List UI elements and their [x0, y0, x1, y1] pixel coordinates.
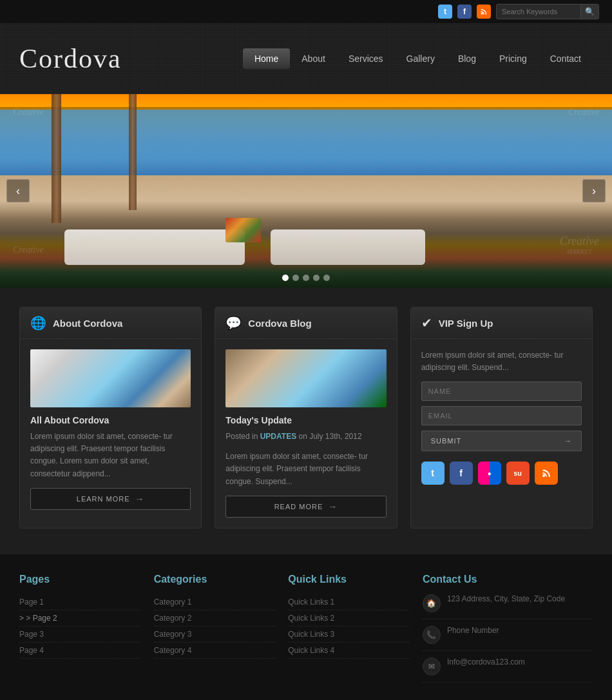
blog-card-body: Today's Update Posted in UPDATES on July…	[215, 339, 396, 528]
nav-pricing[interactable]: Pricing	[488, 48, 539, 69]
nav-home[interactable]: Home	[243, 48, 290, 69]
footer-contact-title: Contact Us	[423, 574, 593, 585]
nav-services[interactable]: Services	[337, 48, 395, 69]
footer-cat-1[interactable]: Category 1	[154, 594, 276, 610]
about-card-body: All About Cordova Lorem ipsum dolor sit …	[20, 339, 201, 520]
search-input[interactable]	[497, 8, 580, 15]
nav-contact[interactable]: Contact	[539, 48, 593, 69]
vip-card: ✔ VIP Sign Up Lorem ipsum dolor sit amet…	[410, 307, 593, 529]
read-more-button[interactable]: READ MORE →	[225, 496, 386, 518]
about-thumbnail	[30, 349, 191, 407]
footer-contact: Contact Us 🏠 123 Address, City, State, Z…	[423, 574, 593, 689]
footer-quick-links: Quick Links Quick Links 1 Quick Links 2 …	[288, 574, 410, 689]
checkmark-icon: ✔	[421, 315, 432, 331]
footer-quick-links-title: Quick Links	[288, 574, 410, 585]
rss-social-icon[interactable]	[535, 462, 558, 485]
home-icon: 🏠	[423, 594, 441, 612]
rss-icon-top[interactable]	[477, 5, 491, 19]
vip-card-header: ✔ VIP Sign Up	[411, 307, 592, 339]
contact-email: Info@cordova123.com	[447, 657, 525, 666]
search-button[interactable]: 🔍	[580, 4, 598, 19]
chat-icon: 💬	[225, 315, 242, 331]
main-content: 🌐 About Cordova All About Cordova Lorem …	[0, 287, 612, 554]
search-box[interactable]: 🔍	[496, 4, 599, 19]
footer-pages: Pages Page 1 > Page 2 Page 3 Page 4	[19, 574, 141, 689]
footer-cat-3[interactable]: Category 3	[154, 627, 276, 643]
dot-1[interactable]	[282, 275, 289, 281]
facebook-social-icon[interactable]: f	[450, 462, 473, 485]
footer-ql-3[interactable]: Quick Links 3	[288, 627, 410, 643]
blog-card: 💬 Cordova Blog Today's Update Posted in …	[215, 307, 397, 529]
footer-page-4[interactable]: Page 4	[19, 643, 141, 659]
contact-phone-item: 📞 Phone Number	[423, 626, 593, 651]
vip-description: Lorem ipsum dolor sit amet, consecte- tu…	[421, 349, 582, 374]
footer: Pages Page 1 > Page 2 Page 3 Page 4 Cate…	[0, 554, 612, 700]
contact-phone: Phone Number	[447, 626, 499, 635]
footer-page-3[interactable]: Page 3	[19, 627, 141, 643]
globe-icon: 🌐	[30, 315, 46, 331]
blog-thumbnail	[225, 349, 386, 407]
about-card-header: 🌐 About Cordova	[20, 307, 201, 339]
flickr-social-icon[interactable]: ●	[478, 462, 501, 485]
vip-name-input[interactable]	[421, 382, 582, 401]
blog-post-title: Today's Update	[225, 415, 386, 425]
vip-card-title: VIP Sign Up	[439, 318, 493, 329]
phone-icon: 📞	[423, 626, 441, 644]
dot-5[interactable]	[323, 275, 330, 281]
footer-categories: Categories Category 1 Category 2 Categor…	[154, 574, 276, 689]
hero-slider: Creative Creative Creative CreativeMARKE…	[0, 94, 612, 287]
arrow-icon: →	[564, 437, 572, 445]
blog-post-meta: Posted in UPDATES on July 13th, 2012	[225, 431, 386, 443]
svg-point-0	[481, 13, 483, 15]
about-card: 🌐 About Cordova All About Cordova Lorem …	[19, 307, 202, 529]
nav-about[interactable]: About	[290, 48, 337, 69]
footer-page-1[interactable]: Page 1	[19, 594, 141, 610]
blog-card-header: 💬 Cordova Blog	[215, 307, 396, 339]
facebook-icon-top[interactable]: f	[457, 5, 472, 19]
dot-2[interactable]	[292, 275, 299, 281]
slider-next-button[interactable]: ›	[582, 179, 606, 202]
twitter-icon-top[interactable]: t	[438, 5, 452, 19]
contact-address-item: 🏠 123 Address, City, State, Zip Code	[423, 594, 593, 619]
nav-blog[interactable]: Blog	[446, 48, 488, 69]
main-nav: Home About Services Gallery Blog Pricing…	[243, 48, 593, 69]
twitter-social-icon[interactable]: t	[421, 462, 445, 485]
contact-address: 123 Address, City, State, Zip Code	[447, 594, 565, 603]
dot-4[interactable]	[313, 275, 320, 281]
email-icon: ✉	[423, 657, 441, 676]
about-post-title: All About Cordova	[30, 415, 191, 425]
footer-page-2[interactable]: > Page 2	[19, 610, 141, 627]
arrow-icon: →	[135, 494, 145, 504]
footer-ql-2[interactable]: Quick Links 2	[288, 610, 410, 627]
footer-ql-1[interactable]: Quick Links 1	[288, 594, 410, 610]
slider-dots	[282, 275, 330, 281]
footer-pages-title: Pages	[19, 574, 141, 585]
dot-3[interactable]	[303, 275, 309, 281]
vip-submit-button[interactable]: SUBMIT →	[421, 431, 582, 451]
header: Cordova Home About Services Gallery Blog…	[0, 23, 612, 94]
blog-post-body: Lorem ipsum dolor sit amet, consecte- tu…	[225, 451, 386, 488]
about-post-body: Lorem ipsum dolor sit amet, consecte- tu…	[30, 431, 191, 480]
blog-card-title: Cordova Blog	[248, 318, 311, 329]
vip-card-body: Lorem ipsum dolor sit amet, consecte- tu…	[411, 339, 592, 495]
arrow-icon: →	[328, 501, 338, 512]
footer-cat-4[interactable]: Category 4	[154, 643, 276, 659]
contact-email-item: ✉ Info@cordova123.com	[423, 657, 593, 683]
top-bar: t f 🔍	[0, 0, 612, 23]
footer-cat-2[interactable]: Category 2	[154, 610, 276, 627]
nav-gallery[interactable]: Gallery	[395, 48, 446, 69]
slider-prev-button[interactable]: ‹	[6, 179, 30, 202]
about-card-title: About Cordova	[53, 318, 122, 329]
social-icons-row: t f ● su	[421, 462, 582, 485]
svg-point-1	[542, 474, 545, 477]
footer-grid: Pages Page 1 > Page 2 Page 3 Page 4 Cate…	[19, 574, 593, 700]
footer-categories-title: Categories	[154, 574, 276, 585]
stumbleupon-social-icon[interactable]: su	[506, 462, 530, 485]
footer-ql-4[interactable]: Quick Links 4	[288, 643, 410, 659]
learn-more-button[interactable]: LEARN MORE →	[30, 488, 191, 510]
logo: Cordova	[19, 43, 243, 74]
vip-email-input[interactable]	[421, 406, 582, 425]
